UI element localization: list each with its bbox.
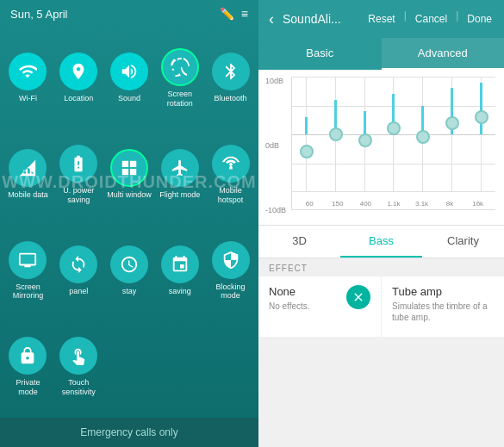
right-panel: ‹ SoundAli... Reset | Cancel | Done Basi… bbox=[258, 0, 504, 447]
grid-item-blocking-mode[interactable]: Blocking mode bbox=[206, 224, 255, 319]
screen-mirroring-icon-circle bbox=[9, 241, 47, 279]
touch-sensitivity-icon-circle bbox=[59, 337, 97, 375]
grid-item-wifi[interactable]: Wi-Fi bbox=[3, 31, 53, 126]
page-title: SoundAli... bbox=[283, 12, 358, 26]
tab-bar: Basic Advanced bbox=[258, 38, 504, 70]
private-mode-icon-circle bbox=[9, 337, 47, 375]
grid-item-power-saving[interactable]: U. power saving bbox=[54, 127, 103, 222]
grid-item-bluetooth[interactable]: Bluetooth bbox=[206, 31, 255, 126]
freq-150: 150 bbox=[325, 200, 351, 208]
wifi-icon-circle bbox=[9, 53, 47, 90]
bluetooth-icon-circle bbox=[212, 53, 250, 90]
grid-item-saving[interactable]: saving bbox=[155, 224, 204, 319]
hotspot-label: Mobile hotspot bbox=[208, 186, 253, 205]
status-bar: Sun, 5 April ✏️ ≡ bbox=[0, 0, 258, 28]
freq-400: 400 bbox=[352, 200, 378, 208]
tab-advanced[interactable]: Advanced bbox=[382, 38, 505, 70]
freq-1k1: 1.1k bbox=[381, 200, 407, 208]
emergency-text: Emergency calls only bbox=[80, 426, 177, 438]
bluetooth-label: Bluetooth bbox=[215, 94, 247, 103]
freq-8k: 8k bbox=[437, 200, 463, 208]
effect-section-label: EFFECT bbox=[258, 258, 504, 276]
grid-item-location[interactable]: Location bbox=[54, 31, 103, 126]
effect-none-title: None bbox=[269, 285, 310, 298]
mode-tab-bass[interactable]: Bass bbox=[340, 226, 422, 258]
effect-option-tube-amp[interactable]: Tube amp Simulates the timbre of a tube … bbox=[382, 276, 504, 337]
location-label: Location bbox=[64, 94, 93, 103]
effect-tube-amp-title: Tube amp bbox=[392, 285, 494, 298]
screen-rotation-icon-circle bbox=[161, 48, 199, 86]
reset-button[interactable]: Reset bbox=[363, 9, 400, 28]
effect-none-desc: No effects. bbox=[269, 301, 310, 312]
back-button[interactable]: ‹ bbox=[265, 7, 277, 32]
date-label: Sun, 5 April bbox=[10, 8, 68, 21]
hotspot-icon-circle bbox=[212, 145, 250, 183]
eq-label-10db: 10dB bbox=[265, 77, 286, 85]
grid-item-panel[interactable]: panel bbox=[54, 224, 103, 319]
effect-none-icon bbox=[346, 285, 370, 309]
power-saving-label: U. power saving bbox=[56, 186, 102, 205]
stay-icon-circle bbox=[110, 245, 148, 283]
left-panel: Sun, 5 April ✏️ ≡ Wi-Fi Location Sound bbox=[0, 0, 258, 447]
screen-rotation-label: Screen rotation bbox=[157, 90, 202, 109]
equalizer-area: 10dB 0dB -10dB bbox=[258, 70, 504, 225]
done-button[interactable]: Done bbox=[462, 9, 497, 28]
mobile-data-icon-circle bbox=[9, 149, 47, 187]
multi-window-icon-circle bbox=[110, 149, 148, 187]
stay-label: stay bbox=[122, 287, 137, 296]
screen-mirroring-label: Screen Mirroring bbox=[5, 282, 51, 301]
power-saving-icon-circle bbox=[59, 145, 97, 183]
grid-item-multi-window[interactable]: Multi window bbox=[105, 127, 154, 222]
eq-chart: 60 150 400 1.1k 3.1k 8k 16k bbox=[291, 77, 495, 210]
effect-options: None No effects. Tube amp Simulates the … bbox=[258, 276, 504, 337]
blocking-mode-label: Blocking mode bbox=[208, 282, 253, 301]
multi-window-label: Multi window bbox=[107, 190, 152, 200]
touch-sensitivity-label: Touch sensitivity bbox=[56, 378, 102, 397]
mode-tabs: 3D Bass Clarity bbox=[258, 225, 504, 258]
grid-item-private-mode[interactable]: Private mode bbox=[3, 320, 53, 414]
effect-tube-amp-desc: Simulates the timbre of a tube amp. bbox=[392, 301, 494, 323]
menu-icon[interactable]: ≡ bbox=[241, 7, 248, 21]
eq-y-labels: 10dB 0dB -10dB bbox=[265, 77, 286, 214]
mode-tab-clarity[interactable]: Clarity bbox=[422, 226, 504, 258]
freq-3k1: 3.1k bbox=[409, 200, 435, 208]
mode-tab-3d[interactable]: 3D bbox=[258, 226, 340, 258]
grid-item-sound[interactable]: Sound bbox=[105, 31, 154, 126]
effect-section: EFFECT None No effects. Tube amp Simulat… bbox=[258, 258, 504, 447]
edit-icon[interactable]: ✏️ bbox=[220, 7, 234, 21]
grid-item-touch-sensitivity[interactable]: Touch sensitivity bbox=[54, 320, 103, 414]
panel-label: panel bbox=[69, 287, 88, 296]
freq-60: 60 bbox=[296, 200, 322, 208]
top-bar: ‹ SoundAli... Reset | Cancel | Done bbox=[258, 0, 504, 38]
cancel-button[interactable]: Cancel bbox=[410, 9, 452, 28]
mobile-data-label: Mobile data bbox=[8, 190, 48, 200]
flight-icon-circle bbox=[161, 149, 199, 187]
blocking-mode-icon-circle bbox=[212, 241, 250, 279]
saving-label: saving bbox=[169, 287, 191, 296]
freq-16k: 16k bbox=[465, 200, 491, 208]
top-actions: Reset | Cancel | Done bbox=[363, 9, 497, 28]
grid-item-screen-mirroring[interactable]: Screen Mirroring bbox=[3, 224, 53, 319]
location-icon-circle bbox=[59, 53, 97, 90]
private-mode-label: Private mode bbox=[5, 378, 51, 397]
flight-mode-label: Flight mode bbox=[159, 190, 200, 200]
sound-icon-circle bbox=[110, 53, 148, 90]
sound-label: Sound bbox=[118, 94, 140, 103]
grid-item-flight-mode[interactable]: Flight mode bbox=[155, 127, 204, 222]
wifi-label: Wi-Fi bbox=[19, 94, 37, 103]
tab-basic[interactable]: Basic bbox=[258, 38, 382, 70]
eq-label-0db: 0dB bbox=[265, 141, 286, 150]
panel-icon-circle bbox=[59, 245, 97, 283]
effect-option-none[interactable]: None No effects. bbox=[258, 276, 381, 337]
grid-item-screen-rotation[interactable]: Screen rotation bbox=[155, 31, 204, 126]
status-icons: ✏️ ≡ bbox=[220, 7, 248, 21]
eq-label-minus10db: -10dB bbox=[265, 206, 286, 214]
grid-item-mobile-data[interactable]: Mobile data bbox=[3, 127, 53, 222]
saving-icon-circle bbox=[161, 245, 199, 283]
emergency-bar: Emergency calls only bbox=[0, 418, 258, 447]
grid-item-hotspot[interactable]: Mobile hotspot bbox=[206, 127, 255, 222]
quick-settings-grid: Wi-Fi Location Sound Screen rotation bbox=[0, 28, 258, 418]
grid-item-stay[interactable]: stay bbox=[105, 224, 154, 319]
